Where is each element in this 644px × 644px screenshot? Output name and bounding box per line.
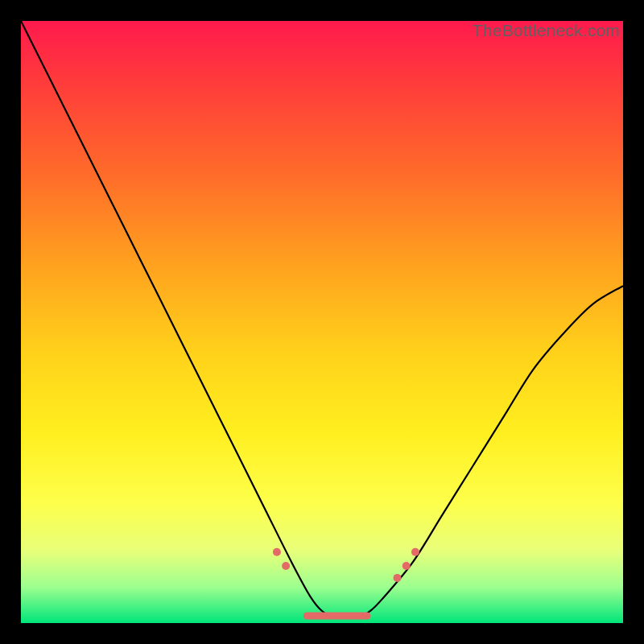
marker-dot — [282, 562, 290, 570]
bottleneck-curve — [21, 21, 623, 623]
marker-dot — [411, 548, 419, 556]
marker-dot — [402, 562, 411, 570]
plot-area — [21, 21, 623, 623]
chart-frame: TheBottleneck.com — [0, 0, 644, 644]
curve-path — [21, 21, 623, 617]
marker-dot — [394, 574, 402, 582]
marker-dot — [273, 548, 281, 556]
watermark-text: TheBottleneck.com — [473, 21, 620, 40]
